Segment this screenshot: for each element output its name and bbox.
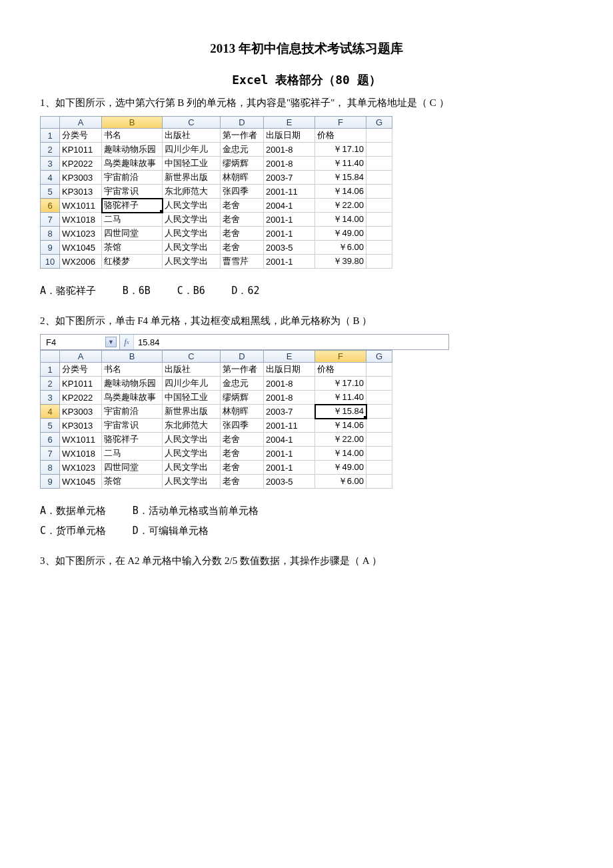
question-2-text: 2、如下图所示，单击 F4 单元格，其边框变成粗黑线，此单元格称为（ B ） [40,313,573,329]
cell: 2001-1 [264,447,315,461]
row-header: 7 [41,213,60,227]
cell: ￥14.06 [315,419,366,433]
corner-cell [41,351,60,363]
cell: 2001-8 [264,157,315,171]
row-header: 4 [41,171,60,185]
excel-table-1: A B C D E F G 1 分类号 书名 出版社 第一作者 出版日期 价格 … [40,116,392,269]
cell [366,213,392,227]
cell: 2001-1 [264,227,315,241]
cell: ￥22.00 [315,433,366,447]
col-header: A [60,117,102,129]
cell [366,405,392,419]
cell: 2004-1 [264,199,315,213]
cell: ￥17.10 [315,377,366,391]
cell: WX1023 [60,227,102,241]
row-header: 8 [41,461,60,475]
cell [366,241,392,255]
option-b: B．活动单元格或当前单元格 [133,505,259,517]
cell: 老舍 [221,447,264,461]
row-header: 4 [41,405,60,419]
cell: 中国轻工业 [163,391,221,405]
cell [366,363,392,377]
cell [366,377,392,391]
question-1-text: 1、如下图所示，选中第六行第 B 列的单元格，其内容是"骆驼祥子"， 其单元格地… [40,95,573,111]
formula-bar: F4 ▼ fx 15.84 [40,334,449,350]
cell: KP1011 [60,143,102,157]
cell: 鸟类趣味故事 [102,157,163,171]
col-header: D [221,351,264,363]
option-c: C．B6 [177,285,205,297]
cell [366,419,392,433]
cell: 出版日期 [264,129,315,143]
row-header: 8 [41,227,60,241]
cell: 出版日期 [264,363,315,377]
cell: 2001-1 [264,255,315,269]
cell: 趣味动物乐园 [102,377,163,391]
cell: 新世界出版 [163,171,221,185]
row-header: 7 [41,447,60,461]
cell: 四世同堂 [102,461,163,475]
cell: ￥17.10 [315,143,366,157]
cell: 人民文学出 [163,213,221,227]
cell: 人民文学出 [163,255,221,269]
cell [366,157,392,171]
cell: 2001-1 [264,461,315,475]
option-d: D．62 [231,285,259,297]
cell: 第一作者 [221,129,264,143]
cell: 新世界出版 [163,405,221,419]
cell: WX1018 [60,213,102,227]
dropdown-icon: ▼ [105,337,117,347]
cell: 2001-11 [264,419,315,433]
cell: KP2022 [60,391,102,405]
cell: 张四季 [221,419,264,433]
cell: 宇宙常识 [102,185,163,199]
cell: 人民文学出 [163,227,221,241]
excel-table-2: A B C D E F G 1 分类号 书名 出版社 第一作者 出版日期 价格 … [40,350,392,489]
cell: 人民文学出 [163,447,221,461]
cell: KP2022 [60,157,102,171]
cell: 2003-7 [264,405,315,419]
cell: 书名 [102,129,163,143]
cell: 二马 [102,213,163,227]
col-header: E [264,351,315,363]
cell: ￥6.00 [315,475,366,489]
col-header: F [315,117,366,129]
cell: 价格 [315,363,366,377]
row-header: 6 [41,433,60,447]
cell: 二马 [102,447,163,461]
option-a: A．骆驼祥子 [40,285,96,297]
cell: WX1011 [60,199,102,213]
cell: ￥14.00 [315,447,366,461]
cell: ￥15.84 [315,171,366,185]
cell [366,199,392,213]
cell: 2003-5 [264,475,315,489]
cell: 出版社 [163,363,221,377]
cell: WX1011 [60,433,102,447]
cell: 第一作者 [221,363,264,377]
row-header: 6 [41,199,60,213]
col-header: B [102,117,163,129]
cell: KP3013 [60,419,102,433]
cell: WX2006 [60,255,102,269]
cell: 分类号 [60,363,102,377]
doc-title: 2013 年初中信息技术考试练习题库 [40,40,573,57]
excel-screenshot-2: F4 ▼ fx 15.84 A B C D E F G 1 分类号 书名 出版社… [40,334,573,489]
selected-cell: ￥15.84 [315,405,366,419]
cell: 老舍 [221,227,264,241]
cell: 东北师范大 [163,419,221,433]
cell [366,461,392,475]
row-header: 1 [41,129,60,143]
cell: ￥14.06 [315,185,366,199]
question-1-options: A．骆驼祥子 B．6B C．B6 D．62 [40,281,573,301]
doc-subtitle: Excel 表格部分（80 题） [40,72,573,88]
name-box-value: F4 [46,337,56,347]
cell [366,433,392,447]
row-header: 5 [41,419,60,433]
row-header: 2 [41,377,60,391]
cell: WX1045 [60,475,102,489]
row-header: 10 [41,255,60,269]
row-header: 5 [41,185,60,199]
cell: 宇宙前沿 [102,171,163,185]
col-header: A [60,351,102,363]
cell: 中国轻工业 [163,157,221,171]
